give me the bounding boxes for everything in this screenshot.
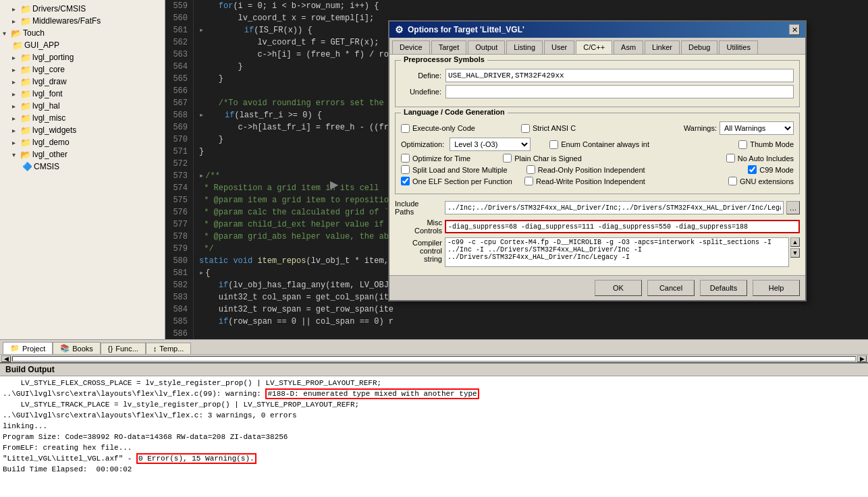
expand-icon[interactable]: ▾ (12, 151, 20, 158)
execute-only-checkbox-item[interactable]: Execute-only Code (401, 124, 475, 133)
tab-books[interactable]: 📚 Books (53, 342, 101, 354)
execute-only-checkbox[interactable] (401, 124, 410, 133)
sidebar-item-middlewares[interactable]: ▸ 📁 Middlewares/FatFs (0, 15, 165, 27)
sidebar-item-lvgl-widgets[interactable]: ▸ 📁 lvgl_widgets (0, 124, 165, 136)
close-button[interactable]: ✕ (789, 24, 800, 35)
expand-icon[interactable]: ▸ (12, 5, 20, 13)
c99-mode-checkbox[interactable] (748, 165, 757, 174)
sidebar-item-lvgl-other[interactable]: ▾ 📂 lvgl_other (0, 148, 165, 160)
plain-char-label: Plain Char is Signed (514, 154, 582, 163)
sidebar-item-cmsis[interactable]: 🔷 CMSIS (0, 160, 165, 173)
split-load-checkbox-item[interactable]: Split Load and Store Multiple (401, 165, 508, 174)
expand-icon[interactable]: ▸ (12, 103, 20, 110)
sidebar-item-lvgl-porting[interactable]: ▸ 📁 lvgl_porting (0, 51, 165, 63)
read-only-checkbox-item[interactable]: Read-Only Position Independent (526, 165, 645, 174)
tab-device[interactable]: Device (392, 40, 430, 54)
sidebar-label: Drivers/CMSIS (32, 4, 86, 13)
expand-icon[interactable]: ▾ (3, 30, 11, 37)
expand-icon[interactable]: ▸ (12, 139, 20, 146)
sidebar-label: CMSIS (34, 162, 59, 171)
plain-char-checkbox-item[interactable]: Plain Char is Signed (503, 154, 582, 163)
optimize-time-checkbox-item[interactable]: Optimize for Time (401, 154, 470, 163)
ok-button[interactable]: OK (595, 280, 642, 296)
sidebar-item-lvgl-demo[interactable]: ▸ 📁 lvgl_demo (0, 136, 165, 148)
tab-linker[interactable]: Linker (645, 40, 680, 54)
defaults-button[interactable]: Defaults (700, 280, 747, 296)
undefine-input[interactable] (445, 85, 794, 98)
sidebar-item-lvgl-misc[interactable]: ▸ 📁 lvgl_misc (0, 112, 165, 124)
cancel-button[interactable]: Cancel (647, 280, 695, 296)
read-write-checkbox[interactable] (524, 177, 533, 185)
expand-icon[interactable]: ▸ (12, 66, 20, 74)
compiler-scroll-down[interactable]: ▼ (790, 248, 800, 258)
tab-cpp[interactable]: C/C++ (576, 40, 612, 54)
tab-utilities[interactable]: Utilities (719, 40, 757, 54)
expand-icon[interactable]: ▸ (12, 54, 20, 61)
include-paths-input[interactable] (445, 201, 784, 214)
compiler-control-row: Compilercontrolstring -c99 -c -cpu Corte… (395, 237, 800, 267)
expand-icon[interactable]: ▸ (12, 18, 20, 25)
one-elf-checkbox[interactable] (401, 177, 410, 185)
read-write-checkbox-item[interactable]: Read-Write Position Independent (524, 177, 645, 185)
expand-icon[interactable]: ▸ (12, 90, 20, 98)
sidebar-label: GUI_APP (24, 40, 59, 50)
enum-container-checkbox[interactable] (549, 140, 558, 149)
no-auto-includes-checkbox[interactable] (726, 154, 735, 163)
thumb-mode-checkbox[interactable] (738, 140, 747, 149)
expand-icon[interactable]: ▸ (12, 78, 20, 86)
tab-target[interactable]: Target (431, 40, 467, 54)
warnings-select[interactable]: All Warnings (720, 121, 794, 135)
expand-icon[interactable]: ▸ (12, 115, 20, 122)
sidebar-item-lvgl-font[interactable]: ▸ 📁 lvgl_font (0, 88, 165, 100)
sidebar-label: lvgl_porting (32, 53, 74, 62)
folder-icon: 📁 (20, 113, 31, 123)
gnu-ext-checkbox-item[interactable]: GNU extensions (728, 177, 794, 185)
gnu-ext-checkbox[interactable] (728, 177, 737, 185)
optimization-label: Optimization: (401, 140, 444, 148)
code-editor[interactable]: 559 for(i = 0; i < b->row_num; i++) { 56… (165, 0, 868, 339)
read-only-checkbox[interactable] (526, 165, 535, 174)
language-section: Language / Code Generation Execute-only … (395, 113, 800, 194)
help-button[interactable]: Help (753, 280, 800, 296)
tab-debug[interactable]: Debug (681, 40, 717, 54)
sidebar-item-lvgl-draw[interactable]: ▸ 📁 lvgl_draw (0, 76, 165, 88)
compiler-control-textarea[interactable]: -c99 -c -cpu Cortex-M4.fp -D__MICROLIB -… (445, 237, 789, 267)
optimization-select[interactable]: Level 3 (-O3) (450, 138, 531, 151)
build-line: Program Size: Code=38992 RO-data=14368 R… (3, 432, 865, 442)
thumb-mode-checkbox-item[interactable]: Thumb Mode (738, 140, 794, 149)
tab-output[interactable]: Output (468, 40, 505, 54)
tab-func[interactable]: {} Func... (101, 343, 146, 354)
sidebar-item-touch[interactable]: ▾ 📂 Touch (0, 27, 165, 39)
folder-icon: 📁 (20, 88, 31, 99)
scroll-right[interactable]: ▶ (857, 355, 867, 362)
tab-user[interactable]: User (544, 40, 574, 54)
split-load-checkbox[interactable] (401, 165, 410, 174)
tab-listing[interactable]: Listing (506, 40, 543, 54)
optimize-time-checkbox[interactable] (401, 154, 410, 163)
language-title: Language / Code Generation (401, 108, 508, 116)
tab-asm[interactable]: Asm (614, 40, 643, 54)
define-input[interactable] (445, 69, 794, 82)
scroll-left[interactable]: ◀ (1, 355, 11, 362)
no-auto-includes-checkbox-item[interactable]: No Auto Includes (726, 154, 794, 163)
strict-ansi-checkbox[interactable] (521, 124, 530, 133)
sidebar-item-gui-app[interactable]: 📁 GUI_APP (0, 39, 165, 51)
tab-project[interactable]: 📁 Project (3, 342, 53, 354)
expand-icon[interactable]: ▸ (12, 127, 20, 134)
options-dialog[interactable]: ⚙ Options for Target 'Littel_VGL' ✕ Devi… (388, 20, 807, 301)
one-elf-checkbox-item[interactable]: One ELF Section per Function (401, 177, 512, 185)
plain-char-checkbox[interactable] (503, 154, 512, 163)
c99-mode-checkbox-item[interactable]: C99 Mode (748, 165, 794, 174)
file-tree[interactable]: ▸ 📁 Drivers/CMSIS ▸ 📁 Middlewares/FatFs … (0, 0, 165, 339)
enum-container-checkbox-item[interactable]: Enum Container always int (549, 140, 649, 149)
compiler-scroll-up[interactable]: ▲ (790, 237, 800, 247)
sidebar-item-lvgl-hal[interactable]: ▸ 📁 lvgl_hal (0, 100, 165, 112)
misc-controls-input[interactable] (445, 220, 800, 233)
project-tab-icon: 📁 (10, 344, 20, 353)
sidebar-item-lvgl-core[interactable]: ▸ 📁 lvgl_core (0, 63, 165, 76)
sidebar-item-drivers-cmsis[interactable]: ▸ 📁 Drivers/CMSIS (0, 3, 165, 15)
include-paths-browse[interactable]: … (786, 201, 800, 214)
strict-ansi-checkbox-item[interactable]: Strict ANSI C (521, 124, 576, 133)
build-line: ..\GUI\lvgl\src\extra\layouts\flex\lv_fl… (3, 388, 865, 399)
tab-temp[interactable]: ↕ Temp... (146, 343, 192, 354)
